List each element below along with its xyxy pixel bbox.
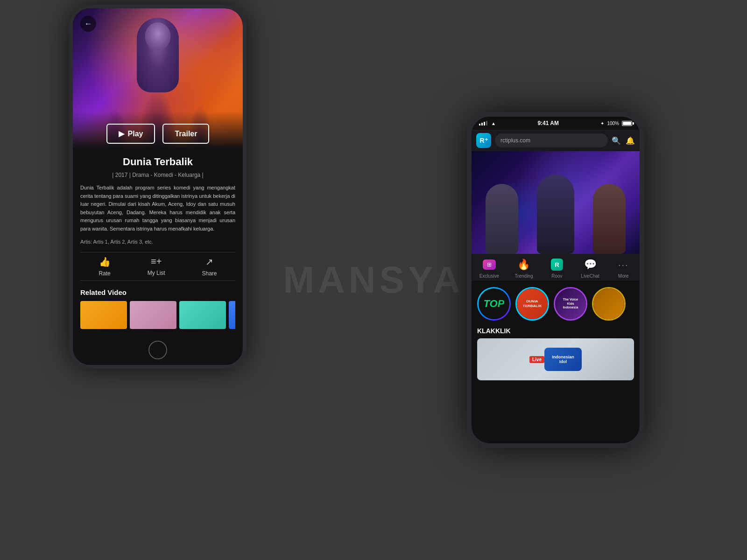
indonesian-idol-logo: IndonesianIdol — [544, 348, 582, 371]
hero-banner — [472, 151, 640, 254]
time-display: 9:41 AM — [537, 120, 559, 126]
status-right: ✦ 100% — [600, 121, 632, 126]
more-label: More — [618, 273, 629, 279]
play-icon: ▶ — [119, 129, 124, 138]
roov-icon: R — [551, 259, 563, 271]
movie-title: Dunia Terbalik — [80, 156, 235, 168]
circle-dunia-inner: DUNIATERBALIK — [517, 288, 548, 319]
movie-info: Dunia Terbalik | 2017 | Drama - Komedi -… — [73, 148, 243, 336]
movie-artists: Artis: Artis 1, Artis 2, Artis 3, etc. — [80, 239, 235, 245]
battery-icon — [622, 121, 632, 126]
circle-fourth-inner — [593, 288, 624, 319]
movie-description: Dunia Terbalik adalah program series kom… — [80, 184, 235, 233]
livechat-icon-wrap: 💬 — [582, 258, 599, 272]
nav-item-trending[interactable]: 🔥 Trending — [514, 258, 533, 279]
url-text: rctiplus.com — [500, 137, 530, 144]
play-label: Play — [128, 130, 143, 138]
related-thumb-2[interactable] — [130, 301, 176, 329]
circle-voice[interactable]: The VoiceKidsIndonesia — [554, 287, 587, 321]
navigation-bar: Exclusive 🔥 Trending R Roov 💬 — [472, 254, 640, 280]
rate-label: Rate — [99, 270, 110, 277]
circle-fourth-image — [592, 287, 626, 321]
related-thumb-1[interactable] — [80, 301, 127, 329]
circle-top[interactable]: TOP — [477, 287, 511, 321]
circle-top-image: TOP — [477, 287, 511, 321]
more-icon-wrap: ··· — [615, 258, 632, 272]
related-thumb-4[interactable] — [229, 301, 235, 329]
livechat-icon: 💬 — [584, 259, 597, 271]
rcti-logo: R⁺ — [476, 133, 491, 148]
signal-bar-3 — [484, 122, 485, 126]
more-icon: ··· — [618, 259, 629, 270]
battery-fill — [623, 122, 631, 125]
circles-row: TOP DUNIATERBALIK The VoiceKidsIndonesia — [472, 280, 640, 325]
klakklik-section-header: KLAKKLIK — [472, 325, 640, 338]
signal-bar-4 — [486, 121, 487, 126]
url-bar[interactable]: rctiplus.com — [495, 133, 608, 147]
back-arrow-icon: ← — [85, 20, 92, 28]
livechat-label: LiveChat — [581, 273, 599, 279]
exclusive-icon-wrap — [481, 258, 498, 272]
nav-item-more[interactable]: ··· More — [615, 258, 632, 279]
movie-meta: | 2017 | Drama - Komedi - Keluarga | — [80, 172, 235, 178]
share-label: Share — [202, 270, 217, 277]
related-thumbnails — [80, 301, 235, 329]
nav-item-exclusive[interactable]: Exclusive — [479, 258, 499, 279]
dt-text: DUNIATERBALIK — [523, 299, 542, 308]
circle-dunia-image: DUNIATERBALIK — [515, 287, 549, 321]
back-button[interactable]: ← — [80, 16, 96, 32]
hero-image: ← ▶ Play Trailer — [73, 8, 243, 148]
trending-icon: 🔥 — [517, 259, 530, 271]
top-text: TOP — [484, 298, 505, 310]
figure-right — [593, 184, 626, 254]
rate-button[interactable]: 👍 Rate — [99, 256, 110, 277]
rate-icon: 👍 — [99, 256, 111, 267]
klakklik-card[interactable]: Live IndonesianIdol — [477, 338, 634, 380]
trailer-button[interactable]: Trailer — [162, 124, 209, 144]
circle-top-inner: TOP — [479, 288, 509, 319]
movie-action-buttons: ▶ Play Trailer — [73, 124, 243, 144]
right-phone: ▲ 9:41 AM ✦ 100% R⁺ rctiplus.com 🔍 🔔 — [467, 112, 644, 448]
circle-dunia-terbalik[interactable]: DUNIATERBALIK — [515, 287, 549, 321]
watermark: MANSYA — [283, 259, 464, 301]
status-left: ▲ — [479, 121, 496, 126]
wifi-icon: ▲ — [491, 121, 496, 126]
left-phone: ← ▶ Play Trailer Dunia Terbalik | 2017 |… — [69, 5, 247, 369]
signal-bars — [479, 121, 487, 126]
signal-bar-2 — [481, 123, 483, 126]
trending-label: Trending — [514, 273, 533, 279]
related-video-title: Related Video — [80, 288, 235, 296]
play-button[interactable]: ▶ Play — [106, 124, 155, 144]
related-thumb-3[interactable] — [179, 301, 226, 329]
exclusive-label: Exclusive — [479, 273, 499, 279]
mylist-icon: ≡+ — [151, 256, 162, 267]
nav-item-livechat[interactable]: 💬 LiveChat — [581, 258, 599, 279]
voice-text: The VoiceKidsIndonesia — [563, 298, 578, 309]
signal-bar-1 — [479, 124, 480, 126]
klakklik-card-inner: Live IndonesianIdol — [477, 338, 634, 380]
roov-label: Roov — [551, 273, 562, 279]
klakklik-title: KLAKKLIK — [477, 327, 511, 335]
home-button[interactable] — [148, 341, 167, 359]
circle-voice-inner: The VoiceKidsIndonesia — [555, 288, 586, 319]
search-icon[interactable]: 🔍 — [612, 136, 621, 145]
circle-fourth[interactable] — [592, 287, 626, 321]
banner-figures — [472, 170, 640, 254]
nav-items: Exclusive 🔥 Trending R Roov 💬 — [472, 258, 640, 279]
exclusive-icon — [483, 259, 496, 270]
figure-center — [537, 175, 574, 254]
browser-icons: 🔍 🔔 — [612, 136, 635, 145]
live-badge: Live — [529, 356, 544, 363]
share-button[interactable]: ↗ Share — [202, 256, 217, 277]
notification-icon[interactable]: 🔔 — [626, 136, 635, 145]
mylist-label: My List — [148, 270, 165, 276]
trending-icon-wrap: 🔥 — [515, 258, 532, 272]
trailer-label: Trailer — [175, 130, 197, 138]
figure-left — [486, 184, 518, 254]
bluetooth-icon: ✦ — [600, 121, 604, 126]
battery-text: 100% — [607, 121, 619, 126]
mylist-button[interactable]: ≡+ My List — [148, 256, 165, 277]
roov-icon-wrap: R — [549, 258, 565, 272]
nav-item-roov[interactable]: R Roov — [549, 258, 565, 279]
action-row: 👍 Rate ≡+ My List ↗ Share — [80, 252, 235, 281]
